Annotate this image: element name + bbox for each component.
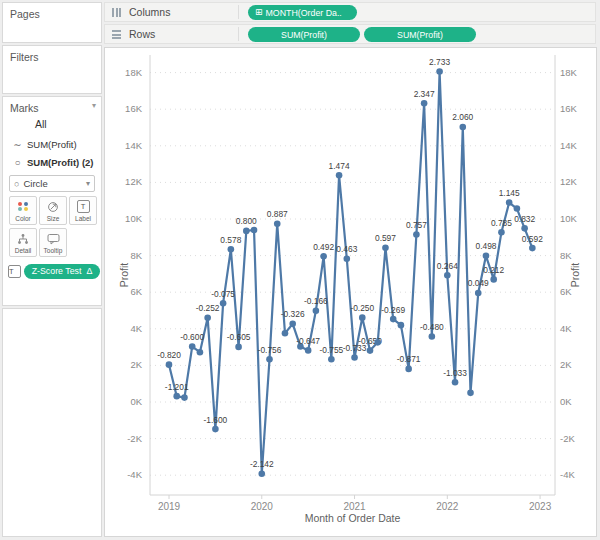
marks-title: Marks <box>10 102 39 114</box>
size-button[interactable]: Size <box>39 196 67 225</box>
marks-item-label: SUM(Profit) (2) <box>27 157 94 168</box>
filters-title: Filters <box>10 51 39 63</box>
columns-shelf-label: Columns <box>129 6 170 18</box>
shelf-divider <box>238 27 239 41</box>
columns-pill-label: MONTH(Order Da.. <box>266 8 342 18</box>
marks-header[interactable]: Marks ▾ <box>3 97 101 115</box>
sidebar-empty-area <box>2 308 102 537</box>
pages-shelf[interactable]: Pages <box>2 2 102 43</box>
rows-pill-label: SUM(Profit) <box>281 30 327 40</box>
rows-icon <box>112 30 121 39</box>
filters-shelf[interactable]: Filters <box>2 45 102 94</box>
color-icon <box>10 199 36 214</box>
text-label-icon: T <box>8 265 21 278</box>
color-button-label: Color <box>10 215 36 222</box>
mark-type-dropdown[interactable]: ○ Circle ▾ <box>9 175 95 192</box>
size-icon <box>40 199 66 214</box>
chevron-down-icon[interactable]: ▾ <box>92 101 96 110</box>
rows-pill-sum-profit-2[interactable]: SUM(Profit) <box>364 27 476 42</box>
tooltip-button-label: Tooltip <box>40 247 66 254</box>
color-button[interactable]: Color <box>9 196 37 225</box>
columns-pill-month-order-date[interactable]: ⊞ MONTH(Order Da.. <box>248 5 357 20</box>
rows-pill-label: SUM(Profit) <box>397 30 443 40</box>
size-button-label: Size <box>40 215 66 222</box>
expand-box-icon[interactable]: ⊞ <box>255 8 263 17</box>
detail-icon <box>10 231 36 246</box>
label-icon: T <box>70 199 96 214</box>
detail-button[interactable]: Detail <box>9 228 37 257</box>
marks-tab-all[interactable]: All <box>3 118 101 135</box>
worksheet <box>104 47 597 537</box>
pages-title: Pages <box>10 8 40 20</box>
zscore-pill-label: Z-Score Test <box>32 266 82 276</box>
tooltip-button[interactable]: Tooltip <box>39 228 67 257</box>
marks-item-label: SUM(Profit) <box>27 139 77 150</box>
mark-type-value: Circle <box>23 178 47 189</box>
rows-shelf[interactable]: Rows SUM(Profit) SUM(Profit) <box>104 24 596 44</box>
line-mark-icon: ∼ <box>12 139 23 150</box>
shelf-divider <box>238 5 239 19</box>
circle-mark-icon: ○ <box>14 179 19 189</box>
rows-shelf-label: Rows <box>129 28 155 40</box>
circle-mark-icon: ○ <box>12 157 23 168</box>
columns-shelf[interactable]: Columns ⊞ MONTH(Order Da.. <box>104 2 596 22</box>
detail-button-label: Detail <box>10 247 36 254</box>
marks-item-sum-profit[interactable]: ∼ SUM(Profit) <box>3 136 101 153</box>
columns-icon <box>112 8 121 17</box>
marks-item-sum-profit-2[interactable]: ○ SUM(Profit) (2) <box>3 154 101 171</box>
marks-card: Marks ▾ All ∼ SUM(Profit) ○ SUM(Profit) … <box>2 96 102 306</box>
zscore-test-pill[interactable]: Z-Score Test Δ <box>24 264 100 279</box>
tooltip-icon <box>40 231 66 246</box>
rows-pill-sum-profit-1[interactable]: SUM(Profit) <box>248 27 360 42</box>
label-button[interactable]: T Label <box>69 196 97 225</box>
label-button-label: Label <box>70 215 96 222</box>
delta-table-calc-icon: Δ <box>86 266 92 276</box>
chevron-down-icon: ▾ <box>86 179 90 188</box>
